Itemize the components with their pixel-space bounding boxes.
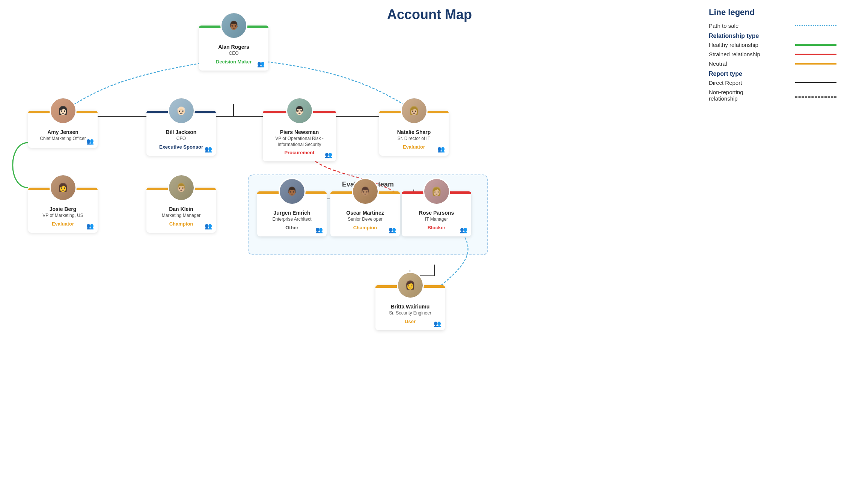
legend-direct-label: Direct Report xyxy=(709,80,742,86)
card-piers-role: Procurement xyxy=(266,150,333,155)
card-natalie-avatar: 👩🏼 xyxy=(401,97,428,124)
card-bill-role: Executive Sponsor xyxy=(149,144,213,150)
card-dan-icon[interactable]: 👥 xyxy=(205,223,212,230)
card-amy-avatar: 👩🏻 xyxy=(50,97,77,124)
card-oscar-role: Champion xyxy=(333,225,397,230)
card-rose-avatar: 👩🏼 xyxy=(423,178,450,205)
card-jurgen[interactable]: 👨🏾 Jurgen Emrich Enterprise Architect Ot… xyxy=(257,191,327,236)
card-oscar-title: Senior Developer xyxy=(333,217,397,223)
legend-nonreporting-label: Non-reportingrelationship xyxy=(709,89,743,102)
card-britta-role: User xyxy=(378,319,442,324)
legend-direct: Direct Report xyxy=(709,80,836,86)
card-alan-role: Decision Maker xyxy=(202,59,265,65)
card-bill-icon[interactable]: 👥 xyxy=(205,146,212,153)
legend-strained: Strained relationship xyxy=(709,51,836,57)
page-title: Account Map xyxy=(387,7,472,23)
legend-healthy: Healthy relationship xyxy=(709,42,836,48)
card-josie-avatar: 👩 xyxy=(50,174,77,201)
card-dan-title: Marketing Manager xyxy=(149,213,213,219)
legend-relationship-title: Relationship type xyxy=(709,33,836,39)
legend-healthy-label: Healthy relationship xyxy=(709,42,758,48)
card-piers-icon[interactable]: 👥 xyxy=(325,151,332,158)
card-britta-avatar: 👩 xyxy=(397,272,424,299)
card-natalie-title: Sr. Director of IT xyxy=(382,136,446,142)
legend-neutral-label: Neutral xyxy=(709,60,727,67)
card-piers[interactable]: 👨🏻 Piers Newsman VP of Operational Risk … xyxy=(263,111,336,161)
card-natalie-icon[interactable]: 👥 xyxy=(437,146,445,153)
card-rose[interactable]: 👩🏼 Rose Parsons IT Manager Blocker 👥 xyxy=(402,191,471,236)
card-alan-name: Alan Rogers xyxy=(202,44,265,50)
legend-nonreporting-line xyxy=(795,96,836,98)
card-alan[interactable]: 👨🏾 Alan Rogers CEO Decision Maker 👥 xyxy=(199,26,268,71)
legend-neutral-line xyxy=(795,63,836,65)
legend-path-line xyxy=(795,25,836,26)
card-alan-avatar: 👨🏾 xyxy=(220,12,247,39)
legend-path-to-sale: Path to sale xyxy=(709,23,836,29)
card-rose-title: IT Manager xyxy=(405,217,468,223)
card-piers-avatar: 👨🏻 xyxy=(286,97,313,124)
legend-neutral: Neutral xyxy=(709,60,836,67)
card-bill-avatar: 👴🏻 xyxy=(168,97,195,124)
card-amy-icon[interactable]: 👥 xyxy=(86,138,94,145)
card-jurgen-title: Enterprise Architect xyxy=(260,217,324,223)
card-piers-name: Piers Newsman xyxy=(266,129,333,135)
legend-strained-label: Strained relationship xyxy=(709,51,760,57)
card-britta-name: Britta Wairiumu xyxy=(378,304,442,310)
card-jurgen-icon[interactable]: 👥 xyxy=(315,226,323,233)
card-natalie-role: Evaluator xyxy=(382,144,446,150)
card-bill-title: CFO xyxy=(149,136,213,142)
legend-direct-line xyxy=(795,82,836,83)
legend-healthy-line xyxy=(795,44,836,46)
card-alan-icon[interactable]: 👥 xyxy=(257,60,265,68)
card-josie-role: Evaluator xyxy=(31,221,95,227)
card-jurgen-role: Other xyxy=(260,225,324,230)
card-oscar-name: Oscar Martinez xyxy=(333,210,397,216)
card-bill[interactable]: 👴🏻 Bill Jackson CFO Executive Sponsor 👥 xyxy=(146,111,216,156)
legend: Line legend Path to sale Relationship ty… xyxy=(709,8,836,105)
line-amy-josie-green xyxy=(13,143,28,188)
card-britta[interactable]: 👩 Britta Wairiumu Sr. Security Engineer … xyxy=(375,285,445,330)
card-jurgen-name: Jurgen Emrich xyxy=(260,210,324,216)
card-alan-title: CEO xyxy=(202,51,265,57)
card-dan[interactable]: 👨🏼 Dan Klein Marketing Manager Champion … xyxy=(146,188,216,233)
card-josie-title: VP of Marketing, US xyxy=(31,213,95,219)
card-rose-role: Blocker xyxy=(405,225,468,230)
card-jurgen-avatar: 👨🏾 xyxy=(279,178,306,205)
card-oscar-avatar: 👨🏽 xyxy=(352,178,379,205)
card-bill-name: Bill Jackson xyxy=(149,129,213,135)
legend-strained-line xyxy=(795,54,836,55)
card-amy[interactable]: 👩🏻 Amy Jensen Chief Marketing Officer 👥 xyxy=(28,111,98,148)
card-britta-icon[interactable]: 👥 xyxy=(434,320,441,327)
legend-nonreporting: Non-reportingrelationship xyxy=(709,89,836,102)
card-josie-icon[interactable]: 👥 xyxy=(86,223,94,230)
card-amy-title: Chief Marketing Officer xyxy=(31,136,95,142)
card-rose-icon[interactable]: 👥 xyxy=(460,226,467,233)
card-josie[interactable]: 👩 Josie Berg VP of Marketing, US Evaluat… xyxy=(28,188,98,233)
legend-path-label: Path to sale xyxy=(709,23,738,29)
card-natalie-name: Natalie Sharp xyxy=(382,129,446,135)
card-piers-title: VP of Operational Risk - Informational S… xyxy=(266,136,333,147)
legend-title: Line legend xyxy=(709,8,836,17)
card-josie-name: Josie Berg xyxy=(31,206,95,212)
card-dan-name: Dan Klein xyxy=(149,206,213,212)
legend-report-title: Report type xyxy=(709,71,836,77)
card-oscar-icon[interactable]: 👥 xyxy=(389,226,396,233)
card-britta-title: Sr. Security Engineer xyxy=(378,310,442,316)
card-dan-role: Champion xyxy=(149,221,213,227)
card-amy-name: Amy Jensen xyxy=(31,129,95,135)
card-dan-avatar: 👨🏼 xyxy=(168,174,195,201)
card-oscar[interactable]: 👨🏽 Oscar Martinez Senior Developer Champ… xyxy=(330,191,400,236)
card-natalie[interactable]: 👩🏼 Natalie Sharp Sr. Director of IT Eval… xyxy=(379,111,449,156)
card-rose-name: Rose Parsons xyxy=(405,210,468,216)
